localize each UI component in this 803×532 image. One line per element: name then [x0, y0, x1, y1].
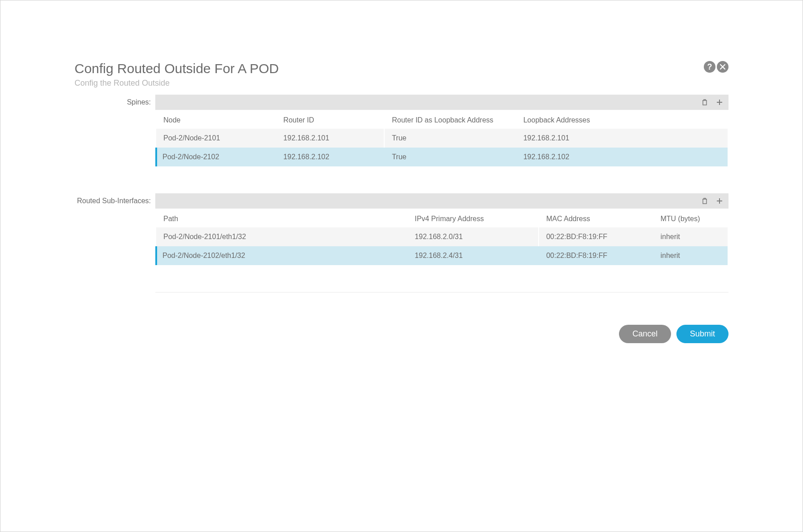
cell-ipv4: 192.168.2.0/31: [408, 227, 539, 246]
table-row[interactable]: Pod-2/Node-2101 192.168.2.101 True 192.1…: [156, 129, 728, 148]
cell-router-loopback: True: [385, 148, 516, 166]
spines-col-router-id[interactable]: Router ID: [276, 110, 385, 129]
cell-router-loopback: True: [385, 129, 516, 148]
rsi-toolbar: [155, 193, 728, 209]
dialog-header: Config Routed Outside For A POD ?: [75, 61, 728, 76]
submit-button[interactable]: Submit: [676, 325, 728, 343]
cell-loopback-addresses: 192.168.2.102: [516, 148, 728, 166]
cell-router-id: 192.168.2.102: [276, 148, 385, 166]
table-row[interactable]: Pod-2/Node-2102/eth1/32 192.168.2.4/31 0…: [156, 246, 728, 265]
table-row[interactable]: Pod-2/Node-2102 192.168.2.102 True 192.1…: [156, 148, 728, 166]
spines-col-node[interactable]: Node: [156, 110, 276, 129]
divider: [155, 292, 728, 292]
cell-node: Pod-2/Node-2101: [156, 129, 276, 148]
spines-header-row: Node Router ID Router ID as Loopback Add…: [156, 110, 728, 129]
spines-label: Spines:: [75, 95, 155, 106]
help-icon[interactable]: ?: [704, 61, 715, 73]
cell-node: Pod-2/Node-2102: [156, 148, 276, 166]
cell-mac: 00:22:BD:F8:19:FF: [539, 246, 654, 265]
rsi-table: Path IPv4 Primary Address MAC Address MT…: [155, 209, 728, 265]
routed-sub-interfaces-section: Routed Sub-Interfaces: Path IPv4 Primary…: [75, 193, 728, 265]
rsi-col-mtu[interactable]: MTU (bytes): [653, 209, 728, 227]
routed-sub-interfaces-label: Routed Sub-Interfaces:: [75, 193, 155, 205]
cell-path: Pod-2/Node-2102/eth1/32: [156, 246, 408, 265]
spines-col-router-loopback[interactable]: Router ID as Loopback Address: [385, 110, 516, 129]
spines-table: Node Router ID Router ID as Loopback Add…: [155, 110, 728, 166]
cancel-button[interactable]: Cancel: [619, 325, 671, 343]
rsi-col-ipv4[interactable]: IPv4 Primary Address: [408, 209, 539, 227]
rsi-header-row: Path IPv4 Primary Address MAC Address MT…: [156, 209, 728, 227]
rsi-col-path[interactable]: Path: [156, 209, 408, 227]
trash-icon[interactable]: [702, 197, 708, 205]
cell-loopback-addresses: 192.168.2.101: [516, 129, 728, 148]
plus-icon[interactable]: [716, 99, 723, 106]
routed-sub-interfaces-content: Path IPv4 Primary Address MAC Address MT…: [155, 193, 728, 265]
dialog-title: Config Routed Outside For A POD: [75, 61, 279, 76]
cell-ipv4: 192.168.2.4/31: [408, 246, 539, 265]
cell-mtu: inherit: [653, 246, 728, 265]
plus-icon[interactable]: [716, 197, 723, 205]
cell-path: Pod-2/Node-2101/eth1/32: [156, 227, 408, 246]
rsi-col-mac[interactable]: MAC Address: [539, 209, 654, 227]
spines-col-loopback-addresses[interactable]: Loopback Addresses: [516, 110, 728, 129]
cell-mac: 00:22:BD:F8:19:FF: [539, 227, 654, 246]
trash-icon[interactable]: [702, 99, 708, 106]
close-icon[interactable]: [717, 61, 728, 73]
dialog-footer: Cancel Submit: [619, 325, 728, 343]
dialog-subtitle: Config the Routed Outside: [75, 78, 728, 88]
spines-toolbar: [155, 95, 728, 110]
table-row[interactable]: Pod-2/Node-2101/eth1/32 192.168.2.0/31 0…: [156, 227, 728, 246]
spines-section: Spines: Node Router ID Router: [75, 95, 728, 166]
cell-mtu: inherit: [653, 227, 728, 246]
cell-router-id: 192.168.2.101: [276, 129, 385, 148]
dialog-frame: Config Routed Outside For A POD ? Config…: [0, 0, 803, 532]
header-icons: ?: [704, 61, 728, 73]
spines-content: Node Router ID Router ID as Loopback Add…: [155, 95, 728, 166]
dialog-container: Config Routed Outside For A POD ? Config…: [75, 61, 728, 292]
